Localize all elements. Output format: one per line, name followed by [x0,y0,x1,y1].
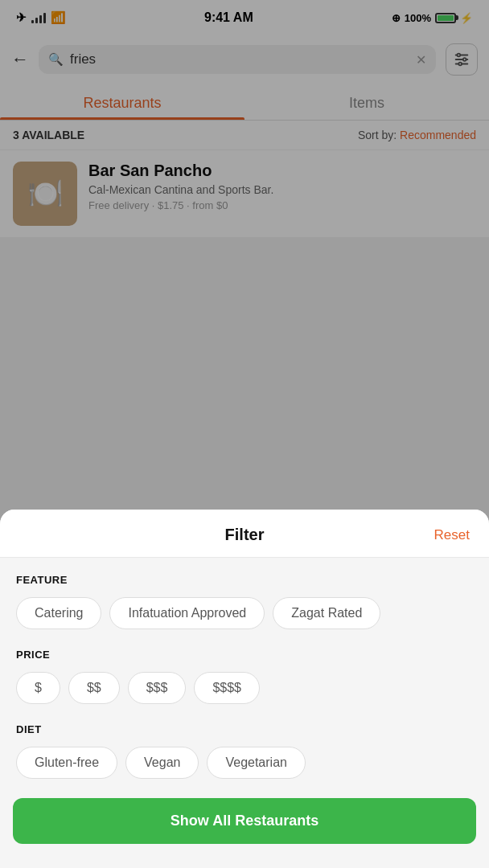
diet-section-title: DIET [16,723,473,735]
chip-price-1[interactable]: $ [16,672,60,704]
chip-gluten-free[interactable]: Gluten-free [16,747,117,779]
filter-body: FEATURE Catering Infatuation Approved Za… [0,558,489,779]
diet-chips: Gluten-free Vegan Vegetarian [16,747,473,779]
chip-zagat[interactable]: Zagat Rated [273,597,380,629]
filter-sheet: Filter Reset FEATURE Catering Infatuatio… [0,510,489,868]
chip-price-4[interactable]: $$$$ [194,672,260,704]
filter-sheet-header: Filter Reset [0,510,489,558]
reset-button[interactable]: Reset [434,527,470,543]
chip-price-3[interactable]: $$$ [128,672,187,704]
price-chips: $ $$ $$$ $$$$ [16,672,473,704]
show-all-button[interactable]: Show All Restaurants [13,798,476,844]
feature-section-title: FEATURE [16,574,473,586]
chip-vegetarian[interactable]: Vegetarian [207,747,306,779]
feature-chips: Catering Infatuation Approved Zagat Rate… [16,597,473,629]
filter-title: Filter [225,526,265,544]
chip-price-2[interactable]: $$ [68,672,120,704]
chip-catering[interactable]: Catering [16,597,101,629]
diet-section: DIET Gluten-free Vegan Vegetarian [16,723,473,779]
feature-section: FEATURE Catering Infatuation Approved Za… [16,574,473,629]
chip-vegan[interactable]: Vegan [125,747,199,779]
price-section-title: PRICE [16,649,473,661]
price-section: PRICE $ $$ $$$ $$$$ [16,649,473,704]
chip-infatuation[interactable]: Infatuation Approved [109,597,265,629]
